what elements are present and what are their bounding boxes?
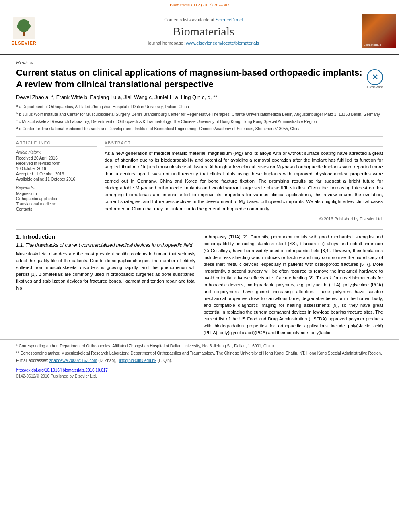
- keywords-block: Keywords: Magnesium Orthopaedic applicat…: [16, 185, 97, 212]
- article-info-label: ARTICLE INFO: [16, 141, 97, 147]
- journal-title-area: Contents lists available at ScienceDirec…: [48, 8, 359, 54]
- journal-thumbnail-area: Biomaterials: [359, 8, 399, 54]
- body-right-col: arthroplasty (THA) [2]. Currently, perma…: [204, 234, 383, 340]
- journal-name: Biomaterials: [173, 25, 234, 38]
- intro-section-heading: 1. Introduction: [16, 234, 195, 240]
- article-content-area: Review Current status on clinical applic…: [0, 55, 399, 225]
- received-date: Received 20 April 2016: [16, 156, 97, 160]
- body-left-col: 1. Introduction 1.1. The drawbacks of cu…: [16, 234, 195, 340]
- page-wrapper: Biomaterials 112 (2017) 287–302 ELSEVIER: [0, 0, 399, 382]
- footnote-star2: ** Corresponding author. Musculoskeletal…: [16, 350, 383, 356]
- received-revised-date: 10 October 2016: [16, 166, 97, 171]
- svg-rect-5: [23, 32, 25, 36]
- keyword-4: Contents: [16, 207, 97, 212]
- footnotes-block: * Corresponding author. Department of Or…: [0, 339, 399, 366]
- journal-citation-bar: Biomaterials 112 (2017) 287–302: [0, 0, 399, 8]
- elsevier-logo-area: ELSEVIER: [0, 8, 48, 54]
- issn-line: 0142-9612/© 2016 Published by Elsevier L…: [0, 373, 399, 382]
- doi-link[interactable]: http://dx.doi.org/10.1016/j.biomaterials…: [16, 368, 108, 372]
- svg-point-4: [19, 25, 29, 32]
- sciencedirect-link-line: Contents lists available at ScienceDirec…: [164, 17, 243, 22]
- abstract-col: ABSTRACT As a new generation of medical …: [105, 141, 383, 221]
- journal-header: ELSEVIER Contents lists available at Sci…: [0, 8, 399, 55]
- email-2-link[interactable]: lingqin@cuhk.edu.hk: [119, 358, 156, 363]
- available-online-date: Available online 11 October 2016: [16, 177, 97, 181]
- thumbnail-label: Biomaterials: [364, 43, 381, 47]
- doi-line[interactable]: http://dx.doi.org/10.1016/j.biomaterials…: [0, 366, 399, 373]
- footnote-star1: * Corresponding author. Department of Or…: [16, 343, 383, 349]
- email-1-link[interactable]: zhaodewei2000@163.com: [49, 358, 97, 363]
- keywords-label: Keywords:: [16, 185, 97, 190]
- abstract-label: ABSTRACT: [105, 141, 383, 147]
- affiliation-b: b b Julius Wolff Institute and Center fo…: [16, 111, 383, 117]
- email-1-owner: (D. Zhao),: [98, 358, 116, 363]
- footnote-email-line: E-mail addresses: zhaodewei2000@163.com …: [16, 357, 383, 364]
- journal-homepage-line: journal homepage: www.elsevier.com/locat…: [148, 41, 259, 45]
- sciencedirect-link[interactable]: ScienceDirect: [216, 17, 243, 22]
- intro-section-title: Introduction: [23, 234, 56, 240]
- intro-paragraph-2: arthroplasty (THA) [2]. Currently, perma…: [204, 234, 383, 337]
- crossmark-area: ✕ CrossMark: [367, 69, 383, 89]
- crossmark-badge: ✕: [367, 69, 383, 85]
- keyword-3: Translational medicine: [16, 202, 97, 206]
- journal-citation: Biomaterials 112 (2017) 287–302: [170, 2, 229, 7]
- elsevier-logo: ELSEVIER: [11, 17, 36, 45]
- received-revised-label: Received in revised form: [16, 161, 97, 166]
- intro-subsection-title: The drawbacks of current commercialized …: [25, 242, 192, 248]
- elsevier-brand-text: ELSEVIER: [11, 41, 36, 45]
- body-content-area: 1. Introduction 1.1. The drawbacks of cu…: [0, 234, 399, 340]
- journal-homepage-link[interactable]: www.elsevier.com/locate/biomaterials: [186, 41, 259, 45]
- email-2-owner: (L. Qin).: [158, 358, 172, 363]
- abstract-text: As a new generation of medical metallic …: [105, 150, 383, 212]
- crossmark-icon: ✕: [372, 73, 378, 82]
- article-info-abstract-section: ARTICLE INFO Article history: Received 2…: [16, 136, 383, 221]
- affiliation-a: a a Department of Orthopaedics, Affiliat…: [16, 103, 383, 110]
- journal-cover-thumbnail: Biomaterials: [362, 14, 396, 48]
- article-info-col: ARTICLE INFO Article history: Received 2…: [16, 141, 97, 221]
- article-history-label: Article history:: [16, 150, 97, 154]
- article-title: Current status on clinical applications …: [16, 67, 363, 90]
- authors-text: Dewei Zhao a, *, Frank Witte b, Faqiang …: [16, 94, 217, 100]
- elsevier-tree-icon: [13, 17, 35, 39]
- affiliation-c: c c Musculoskeletal Research Laboratory,…: [16, 118, 383, 125]
- intro-paragraph-1: Musculoskeletal disorders are the most p…: [16, 251, 195, 292]
- authors-line: Dewei Zhao a, *, Frank Witte b, Faqiang …: [16, 94, 383, 100]
- intro-subsection-heading: 1.1. The drawbacks of current commercial…: [16, 242, 195, 248]
- copyright-line: © 2016 Published by Elsevier Ltd.: [105, 216, 383, 221]
- section-divider: [16, 229, 383, 230]
- accepted-date: Accepted 11 October 2016: [16, 172, 97, 176]
- affiliations-block: a a Department of Orthopaedics, Affiliat…: [16, 103, 383, 132]
- keyword-2: Orthopaedic application: [16, 197, 97, 201]
- article-type-label: Review: [16, 60, 383, 66]
- keyword-1: Magnesium: [16, 191, 97, 196]
- article-history-block: Article history: Received 20 April 2016 …: [16, 150, 97, 181]
- affiliation-d: d d Center for Translational Medicine Re…: [16, 125, 383, 132]
